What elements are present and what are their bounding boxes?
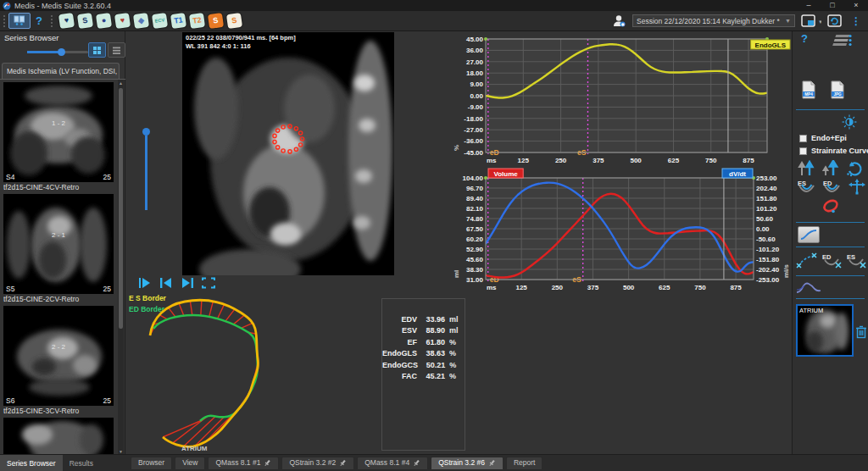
strain-contour-view[interactable]: ATRIUM: [125, 291, 367, 454]
app-icon-qstrain-doc[interactable]: S: [226, 13, 242, 29]
legend-badge-volume[interactable]: Volume: [488, 169, 523, 178]
maximize-button[interactable]: □: [821, 0, 844, 11]
thumbnail-size-slider[interactable]: [27, 51, 88, 53]
fit-view-icon[interactable]: [202, 277, 215, 289]
mri-viewport[interactable]: 022/25 22 038/0790/941 ms. [64 bpm] WL 3…: [182, 32, 394, 275]
measurement-row: EDV33.96ml: [382, 313, 465, 325]
workspace-tab-qstrain-3-2-2[interactable]: QStrain 3.2 #2: [281, 457, 354, 470]
app-icon-qflow[interactable]: S: [77, 13, 93, 29]
volume-chart-canvas: 104.0096.7089.4082.1074.8067.5060.2052.9…: [452, 167, 791, 294]
overlay-window-level: WL 391 842 4:0 1: 116: [186, 42, 296, 51]
thumbnail-image[interactable]: 1 - 2S425: [3, 82, 114, 182]
x-axis-unit: ms: [487, 284, 497, 291]
close-button[interactable]: ×: [844, 0, 868, 11]
thumbnail-series-id: S5: [6, 285, 14, 293]
series-thumbnail-partial[interactable]: [3, 418, 114, 454]
layout-grid-button[interactable]: [8, 13, 31, 29]
strainrate-checkbox[interactable]: [799, 147, 807, 155]
panel-tab-results[interactable]: Results: [63, 455, 100, 471]
measurement-unit: ml: [449, 326, 461, 335]
skip-to-end-icon[interactable]: [181, 277, 194, 289]
pin-icon[interactable]: [339, 459, 347, 467]
pin-icon[interactable]: [264, 459, 271, 467]
list-view-button[interactable]: [108, 42, 125, 58]
panel-tab-series-browser[interactable]: Series Browser: [0, 455, 63, 471]
thumbnail-image[interactable]: 2 - 1S525: [3, 194, 114, 294]
measurement-row: EndoGLS38.63%: [382, 348, 465, 360]
series-thumbnail-S5[interactable]: 2 - 1S525tf2d15-CINE-2CV-Retro: [3, 194, 114, 305]
endo-epi-checkbox[interactable]: [799, 135, 807, 142]
help-button[interactable]: ?: [31, 14, 47, 27]
volume-chart[interactable]: 104.0096.7089.4082.1074.8067.5060.2052.9…: [452, 167, 791, 294]
strain-chart[interactable]: 45.0036.0027.0018.009.000.00-9.00-18.00-…: [452, 34, 791, 167]
transform-contour-icon[interactable]: [847, 179, 867, 196]
main-toolbar: ? ♥S●♥◆ECVT1T2SS ✱ Session 22/12/2020 15…: [0, 11, 868, 31]
pin-icon[interactable]: [413, 459, 420, 467]
slider-knob[interactable]: [58, 48, 65, 56]
edit-points-icon[interactable]: [796, 252, 818, 270]
thumbnail-image[interactable]: [3, 418, 114, 454]
screen-layout-button[interactable]: ▼: [801, 14, 821, 28]
thumbnail-frame-count: 25: [103, 173, 111, 181]
skip-to-start-icon[interactable]: [159, 277, 173, 289]
export-jpg-icon[interactable]: JPG: [830, 80, 845, 99]
workspace-tab-view[interactable]: View: [175, 457, 205, 470]
scrollbar-thumb[interactable]: [119, 88, 123, 329]
ed-contour-icon[interactable]: ED: [821, 179, 843, 196]
reset-layout-button[interactable]: [827, 14, 843, 28]
pin-icon[interactable]: [488, 459, 496, 467]
es-contour-icon[interactable]: ES: [796, 179, 818, 196]
series-thumbnail-S6[interactable]: 2 - 2S625tf2d15-CINE-3CV-Retro: [3, 306, 114, 417]
legend-badge-endogls[interactable]: EndoGLS: [751, 40, 790, 49]
thumbnail-frame-count: 25: [103, 396, 111, 405]
tab-label: QMass 8.1 #4: [364, 457, 409, 469]
thumbnail-image[interactable]: 2 - 2S625: [3, 306, 114, 406]
brightness-contrast-icon[interactable]: [842, 114, 857, 130]
session-select[interactable]: Session 22/12/2020 15:14 Kayleigh Dukker…: [632, 14, 795, 27]
legend-badge-dvdt[interactable]: dV/dt: [722, 169, 753, 178]
slice-slider-knob[interactable]: [142, 128, 150, 136]
app-icon-qstrain[interactable]: S: [208, 13, 224, 29]
series-thumbnail-S4[interactable]: 1 - 2S425tf2d15-CINE-4CV-Retro: [3, 82, 114, 193]
workspace-tab-qmass-8-1-1[interactable]: QMass 8.1 #1: [208, 457, 279, 470]
svg-text:-9.00: -9.00: [468, 103, 484, 111]
curve-fit-button[interactable]: [798, 226, 820, 243]
app-icon-3d-view[interactable]: ●: [96, 13, 112, 29]
strain-curve-icon[interactable]: [796, 280, 821, 296]
tab-label: View: [182, 457, 198, 469]
export-mp4-icon[interactable]: MP4: [801, 80, 816, 99]
ellipse-roi-icon[interactable]: [820, 197, 842, 216]
study-tab[interactable]: Medis Ischemia (LV Function, DSI, T...: [2, 63, 120, 79]
list-view-icon: [112, 46, 121, 55]
delete-ed-contour-icon[interactable]: ED: [821, 252, 843, 270]
app-icon-t2[interactable]: T2: [189, 13, 205, 29]
grid-view-button[interactable]: [88, 42, 106, 58]
scroll-up-icon[interactable]: ▲: [118, 80, 124, 86]
minimize-button[interactable]: –: [797, 0, 821, 11]
atrium-series-thumbnail[interactable]: ATRIUM: [796, 304, 854, 357]
delete-es-contour-icon[interactable]: ES: [846, 252, 868, 270]
app-icon-qmass[interactable]: ♥: [58, 13, 75, 29]
propagate-contour-icon[interactable]: [821, 160, 840, 177]
app-icon-t1[interactable]: T1: [170, 13, 186, 29]
workspace-tab-qmass-8-1-4[interactable]: QMass 8.1 #4: [357, 457, 428, 470]
medis-suite-window: Medis - Medis Suite 3.2.60.4 – □ × ? ♥S●…: [0, 0, 868, 471]
app-icon-ecv[interactable]: ECV: [152, 13, 168, 29]
slice-slider[interactable]: [142, 128, 151, 213]
thumbnail-scrollbar[interactable]: ▲ ▼: [118, 80, 124, 454]
overflow-menu-button[interactable]: ⋮: [849, 15, 864, 27]
workspace-tab-report[interactable]: Report: [506, 457, 543, 470]
play-icon[interactable]: [138, 277, 152, 289]
workspace-tab-browser[interactable]: Browser: [131, 457, 172, 470]
delete-series-trash-icon[interactable]: [855, 324, 867, 339]
layers-icon[interactable]: [830, 33, 854, 48]
svg-text:375: 375: [587, 284, 599, 291]
app-icon-qangio[interactable]: ◆: [133, 13, 149, 29]
sidebar-help-button[interactable]: ?: [801, 32, 808, 45]
tab-label: QStrain 3.2 #2: [289, 457, 336, 469]
copy-contour-icon[interactable]: [798, 160, 816, 177]
app-icon-qmass-heart[interactable]: ♥: [114, 13, 131, 29]
svg-text:104.00: 104.00: [463, 175, 484, 182]
undo-contour-icon[interactable]: [845, 160, 864, 177]
workspace-tab-qstrain-3-2-6[interactable]: QStrain 3.2 #6: [431, 457, 504, 470]
